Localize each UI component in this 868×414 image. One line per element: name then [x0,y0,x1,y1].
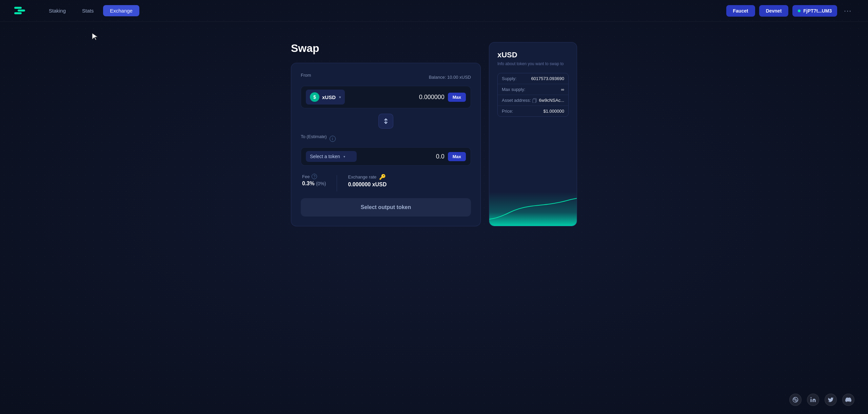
fee-divider [337,175,337,191]
price-label: Price: [502,109,513,114]
supply-value: 6017573.093690 [531,76,564,81]
exchange-rate-section: Exchange rate 🔑 0.000000 xUSD [348,174,387,188]
svg-point-6 [795,399,796,401]
fee-pct-display: (0%) [316,181,326,186]
fee-label: Fee [302,174,310,179]
more-menu-button[interactable]: ··· [841,5,854,16]
faucet-button[interactable]: Faucet [726,5,755,17]
info-card-title: xUSD [497,51,569,59]
svg-rect-1 [18,10,25,12]
fee-label-row: Fee ? [302,174,326,179]
from-token-name: xUSD [322,94,336,100]
from-input-row: $ xUSD ▾ Max [301,86,471,108]
fee-value: 0.3% [302,181,314,186]
from-token-select[interactable]: $ xUSD ▾ [306,90,345,105]
swap-direction-button[interactable] [378,114,393,129]
fee-section: Fee ? 0.3% (0%) [302,174,326,187]
fee-help-icon[interactable]: ? [312,174,317,179]
navbar: Staking Stats Exchange Faucet Devnet FjP… [0,0,868,22]
to-input-row: Select a token ▾ Max [301,147,471,166]
to-max-button[interactable]: Max [448,152,466,161]
swap-icon-wrapper [301,114,471,129]
select-output-button[interactable]: Select output token [301,198,471,217]
chart-area [489,192,577,226]
from-header: From Balance: 10.00 xUSD [301,73,471,82]
info-table: Supply: 6017573.093690 Max supply: ∞ Ass… [497,73,569,117]
logo[interactable] [14,4,26,18]
svg-rect-0 [14,7,22,9]
to-token-chevron-icon: ▾ [343,155,345,158]
from-amount-input[interactable] [348,94,445,101]
twitter-icon[interactable] [825,394,837,406]
wallet-status-dot [798,10,801,12]
svg-rect-4 [533,99,536,103]
supply-label: Supply: [502,76,516,81]
price-row: Price: $1.000000 [498,106,568,116]
from-token-chevron-icon: ▾ [339,95,341,99]
copy-icon[interactable] [532,98,537,103]
price-value: $1.000000 [544,109,564,114]
to-info-icon[interactable]: i [330,136,336,142]
podcast-icon[interactable] [789,394,802,406]
discord-icon[interactable] [842,394,854,406]
to-header: To (Estimate) i [301,134,471,143]
to-token-select-label: Select a token [310,154,340,159]
from-label: From [301,73,311,78]
swap-card: From Balance: 10.00 xUSD $ xUSD ▾ Max [291,63,481,226]
exchange-rate-value: 0.000000 xUSD [348,182,387,188]
info-card-body: xUSD Info about token you want to swap t… [489,42,577,192]
supply-row: Supply: 6017573.093690 [498,73,568,84]
nav-stats[interactable]: Stats [75,5,100,16]
balance-label: Balance: 10.00 xUSD [429,75,471,80]
nav-links: Staking Stats Exchange [42,5,139,16]
info-card: xUSD Info about token you want to swap t… [489,42,577,226]
info-card-subtitle: Info about token you want to swap to [497,61,569,66]
exchange-rate-label: Exchange rate [348,174,376,180]
chart-svg [489,192,577,226]
left-section: Swap From Balance: 10.00 xUSD $ xUSD ▾ M… [291,42,481,226]
xusd-icon: $ [310,92,319,102]
swap-wrapper: Swap From Balance: 10.00 xUSD $ xUSD ▾ M… [197,42,671,226]
nav-right: Faucet Devnet FjPT7t...UM3 ··· [726,5,855,17]
linkedin-icon[interactable] [807,394,819,406]
svg-rect-7 [811,399,812,402]
exchange-label-row: Exchange rate 🔑 [348,174,387,180]
devnet-button[interactable]: Devnet [759,5,789,17]
main-content: Swap From Balance: 10.00 xUSD $ xUSD ▾ M… [0,22,868,247]
svg-rect-2 [14,12,22,14]
asset-address-value: 6w9cNSAc... [532,98,564,103]
nav-exchange[interactable]: Exchange [103,5,139,16]
wallet-button[interactable]: FjPT7t...UM3 [792,5,837,17]
to-amount-input[interactable] [360,153,445,160]
exchange-rate-icon: 🔑 [379,174,386,180]
max-supply-label: Max supply: [502,87,525,92]
fee-value-row: 0.3% (0%) [302,181,326,187]
footer-social-icons [789,394,854,406]
asset-address-label: Asset address: [502,98,531,103]
to-token-select[interactable]: Select a token ▾ [306,151,357,162]
max-supply-row: Max supply: ∞ [498,84,568,95]
to-label: To (Estimate) [301,134,327,139]
fee-exchange-row: Fee ? 0.3% (0%) Exchange rate [301,174,471,191]
wallet-address-label: FjPT7t...UM3 [803,8,832,14]
page-title: Swap [291,42,481,55]
nav-staking[interactable]: Staking [42,5,73,16]
from-max-button[interactable]: Max [448,93,466,102]
svg-point-8 [811,397,812,398]
asset-address-row: Asset address: 6w9cNSAc... [498,95,568,106]
max-supply-value: ∞ [561,87,564,92]
